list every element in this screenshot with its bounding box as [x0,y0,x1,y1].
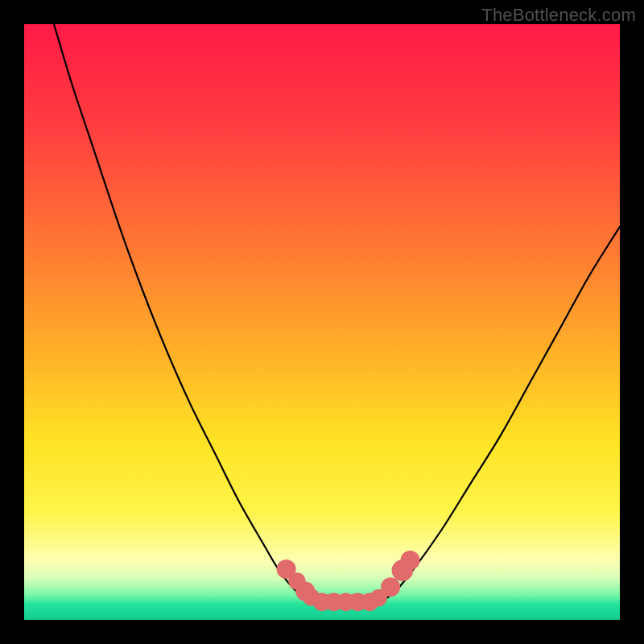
marker-dot [381,577,400,597]
watermark-text: TheBottleneck.com [481,5,636,26]
marker-dot [401,551,420,570]
chart-svg [24,24,620,620]
gradient-background [24,24,620,620]
outer-frame: TheBottleneck.com [0,0,644,644]
plot-area [24,24,620,620]
